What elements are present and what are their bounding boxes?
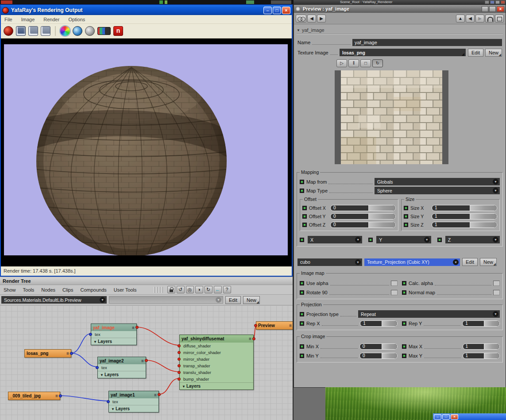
node-losas-png[interactable]: losas_png≡ — [24, 349, 71, 358]
yafaray-eye-icon[interactable] — [4, 26, 13, 36]
node-menu-icon[interactable]: ≡ — [154, 393, 157, 397]
toolbar-grip[interactable] — [154, 287, 163, 293]
slider-thumb[interactable] — [470, 205, 497, 211]
menu-user-tools[interactable]: User Tools — [114, 287, 137, 293]
input-port-tex[interactable] — [107, 400, 110, 403]
menu-clips[interactable]: Clips — [62, 287, 73, 293]
axis-z-anim-toggle[interactable] — [437, 238, 442, 242]
panel-close-button[interactable]: × — [497, 6, 504, 12]
edit-button[interactable]: Edit — [225, 296, 241, 304]
normal-map-anim-toggle[interactable] — [402, 290, 406, 295]
node-menu-icon[interactable]: ≡ — [141, 358, 144, 363]
slider-thumb[interactable] — [470, 222, 497, 227]
menu-tools[interactable]: Tools — [23, 287, 35, 293]
size-z-slider[interactable]: 1 — [432, 222, 497, 228]
collapse-icon[interactable]: ▼ — [100, 373, 104, 377]
frame-icon[interactable] — [495, 15, 504, 23]
input-port-tex[interactable] — [96, 366, 99, 369]
lens-icon[interactable] — [296, 15, 306, 23]
slider-thumb[interactable] — [470, 214, 497, 219]
map-from-anim-toggle[interactable] — [300, 180, 304, 184]
preview-panel-titlebar[interactable]: Preview : yaf_image × — [294, 5, 506, 13]
projection-type-anim-toggle[interactable] — [300, 312, 304, 316]
projection-new-button[interactable]: New◢ — [480, 258, 497, 266]
input-port-diffuse-shader[interactable] — [178, 344, 181, 347]
output-port[interactable] — [145, 359, 148, 362]
input-port-transp-shader[interactable] — [178, 364, 181, 367]
offset-x-anim-toggle[interactable] — [302, 206, 307, 210]
pause-button[interactable]: ‖ — [348, 59, 359, 67]
name-input[interactable]: yaf_image — [352, 39, 502, 46]
texture-image-dropdown[interactable]: losas_png ◢ — [340, 49, 466, 56]
texture-projection-dropdown[interactable]: Texture_Projection (Cubic XY) ▼ — [364, 258, 460, 266]
cubo-dropdown[interactable]: cubo ▼ — [297, 258, 362, 266]
max-x-slider[interactable]: 1 — [463, 343, 500, 350]
slider-thumb[interactable] — [484, 321, 499, 326]
panel-option-icon[interactable] — [482, 6, 488, 12]
lock-icon[interactable] — [167, 286, 175, 293]
offset-y-anim-toggle[interactable] — [302, 214, 307, 219]
collapse-icon[interactable]: ▼ — [93, 340, 97, 344]
node-yaf-image1[interactable]: yaf_image1≡ tex ▼Layers — [108, 391, 159, 412]
node-menu-icon[interactable]: ≡ — [55, 393, 58, 398]
slider-thumb[interactable] — [368, 214, 395, 219]
node-009-tiled-jpg[interactable]: _009_tiled_jpg≡ — [8, 392, 60, 400]
texture-new-button[interactable]: New◢ — [485, 49, 502, 57]
normal-map-checkbox[interactable] — [493, 290, 500, 295]
node-preview[interactable]: Preview≡ — [256, 321, 293, 330]
size-y-slider[interactable]: 1 — [432, 213, 497, 220]
node-yaf-shinydiffusemat[interactable]: yaf_shinydiffusemat≡ diffuse_shader mirr… — [179, 335, 254, 390]
slider-thumb[interactable] — [382, 321, 397, 326]
slider-thumb[interactable] — [484, 344, 499, 349]
axis-x-dropdown[interactable]: X▼ — [308, 236, 362, 243]
red-badge-icon[interactable] — [113, 26, 123, 36]
size-z-anim-toggle[interactable] — [404, 223, 408, 227]
history-forward-button[interactable]: ▶ — [475, 15, 484, 23]
min-x-anim-toggle[interactable] — [300, 344, 304, 349]
scene-path-dropdown[interactable]: Sources.Materials.DefaultLib.Preview ▼ — [1, 296, 107, 304]
node-menu-icon[interactable]: ≡ — [249, 336, 251, 341]
use-alpha-checkbox[interactable] — [391, 281, 398, 286]
rep-y-anim-toggle[interactable] — [402, 321, 406, 326]
section-yaf-image[interactable]: ▼ yaf_image — [297, 27, 503, 34]
menu-nodes[interactable]: Nodes — [41, 287, 55, 293]
rotate-90-checkbox[interactable] — [391, 290, 398, 295]
offset-x-slider[interactable]: 0 — [330, 205, 396, 211]
target-icon[interactable]: ◎ — [186, 286, 194, 293]
menu-image[interactable]: Image — [21, 17, 35, 22]
input-port-bump-shader[interactable] — [178, 378, 181, 381]
rep-x-anim-toggle[interactable] — [300, 321, 304, 326]
refresh-cw-icon[interactable]: ↻ — [205, 286, 212, 293]
minimize-button[interactable]: – — [263, 7, 272, 14]
half-circle-icon[interactable]: ◑ — [195, 286, 203, 293]
new-button[interactable]: New◢ — [243, 296, 260, 304]
save-as-icon[interactable] — [28, 26, 38, 36]
node-yaf-image2[interactable]: yaf_image2≡ tex ▼Layers — [97, 357, 146, 378]
render-parameters-icon[interactable] — [97, 27, 111, 35]
axis-z-dropdown[interactable]: Z▼ — [445, 236, 500, 243]
size-y-anim-toggle[interactable] — [404, 214, 408, 219]
environment-sphere-icon[interactable] — [73, 26, 82, 36]
color-wheel-icon[interactable] — [60, 26, 70, 36]
close-button[interactable]: × — [282, 7, 290, 14]
slider-thumb[interactable] — [368, 222, 395, 227]
map-type-dropdown[interactable]: Sphere ▼ — [375, 187, 500, 194]
input-port[interactable] — [254, 324, 257, 327]
collapse-icon[interactable]: ▼ — [111, 407, 115, 411]
save-alpha-icon[interactable] — [41, 26, 50, 36]
collapse-icon[interactable]: ▼ — [297, 28, 300, 32]
menu-compounds[interactable]: Compounds — [80, 287, 106, 293]
min-x-slider[interactable]: 0 — [359, 343, 398, 350]
min-y-slider[interactable]: 0 — [359, 353, 398, 359]
node-menu-icon[interactable]: ≡ — [289, 323, 292, 328]
offset-z-anim-toggle[interactable] — [302, 223, 307, 227]
calc-alpha-anim-toggle[interactable] — [402, 281, 406, 285]
menu-render[interactable]: Render — [43, 17, 59, 22]
stop-button[interactable]: □ — [360, 59, 371, 67]
slider-thumb[interactable] — [368, 205, 395, 211]
projection-edit-button[interactable]: Edit — [462, 258, 478, 266]
rep-x-slider[interactable]: 1 — [360, 320, 398, 327]
max-y-anim-toggle[interactable] — [402, 354, 406, 358]
calc-alpha-checkbox[interactable] — [493, 281, 500, 286]
rep-y-slider[interactable]: 1 — [462, 320, 500, 327]
